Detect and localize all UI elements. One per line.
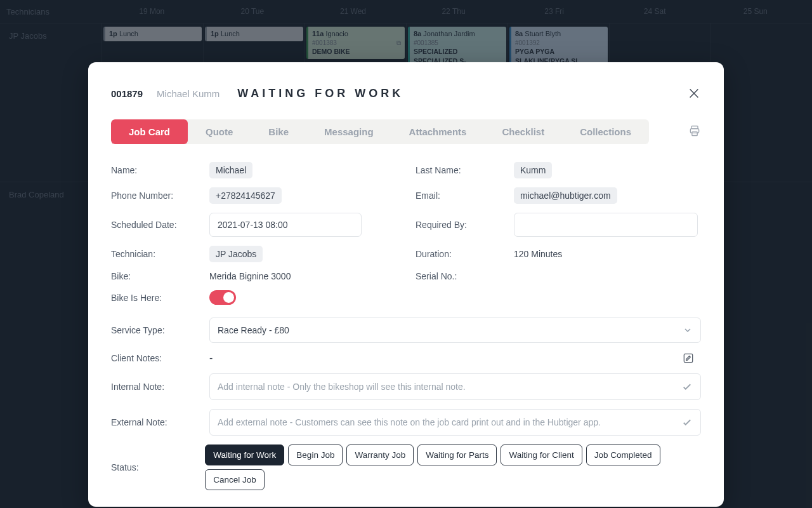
technician-value[interactable]: JP Jacobs xyxy=(209,246,263,262)
status-completed[interactable]: Job Completed xyxy=(586,444,660,465)
job-card-modal: 001879 Michael Kumm Waiting for Work Job… xyxy=(88,62,724,507)
label-internal-note: Internal Note: xyxy=(111,382,209,392)
status-waiting-client[interactable]: Waiting for Client xyxy=(501,444,582,465)
service-type-value: Race Ready - £80 xyxy=(218,325,289,335)
edit-icon[interactable] xyxy=(682,352,695,364)
job-status-title: Waiting for Work xyxy=(237,87,403,100)
job-number: 001879 xyxy=(111,88,143,99)
chevron-down-icon xyxy=(683,325,693,335)
label-phone: Phone Number: xyxy=(111,190,209,201)
svg-rect-2 xyxy=(692,131,697,135)
check-icon[interactable] xyxy=(681,381,693,392)
close-icon[interactable] xyxy=(687,86,701,100)
svg-rect-3 xyxy=(684,354,692,362)
check-icon[interactable] xyxy=(681,417,693,428)
customer-name: Michael Kumm xyxy=(157,88,219,99)
phone-value[interactable]: +27824145627 xyxy=(209,187,282,204)
first-name-value[interactable]: Michael xyxy=(209,162,252,178)
last-name-value[interactable]: Kumm xyxy=(514,162,552,178)
label-scheduled: Scheduled Date: xyxy=(111,220,209,230)
scheduled-date-input[interactable] xyxy=(209,213,362,237)
status-cancel[interactable]: Cancel Job xyxy=(205,469,265,490)
tab-bike[interactable]: Bike xyxy=(251,119,306,144)
bike-here-toggle[interactable] xyxy=(209,290,236,305)
service-type-select[interactable]: Race Ready - £80 xyxy=(209,318,701,343)
label-email: Email: xyxy=(416,190,514,201)
tab-checklist[interactable]: Checklist xyxy=(484,119,562,144)
label-name: Name: xyxy=(111,165,209,175)
status-waiting-parts[interactable]: Waiting for Parts xyxy=(417,444,497,465)
status-waiting-work[interactable]: Waiting for Work xyxy=(205,444,284,465)
client-notes-value: - xyxy=(209,352,682,364)
internal-note-field[interactable] xyxy=(209,373,701,400)
label-technician: Technician: xyxy=(111,249,209,259)
status-begin-job[interactable]: Begin Job xyxy=(288,444,343,465)
status-warranty-job[interactable]: Warranty Job xyxy=(346,444,414,465)
required-by-input[interactable] xyxy=(514,213,698,237)
tab-bar: Job Card Quote Bike Messaging Attachment… xyxy=(111,119,649,144)
external-note-input[interactable] xyxy=(218,417,675,427)
duration-value: 120 Minutes xyxy=(514,249,562,259)
label-required-by: Required By: xyxy=(416,220,514,230)
label-service-type: Service Type: xyxy=(111,325,209,335)
print-icon[interactable] xyxy=(688,124,701,140)
tab-attachments[interactable]: Attachments xyxy=(391,119,485,144)
tab-quote[interactable]: Quote xyxy=(188,119,251,144)
tab-messaging[interactable]: Messaging xyxy=(306,119,391,144)
label-duration: Duration: xyxy=(416,249,514,259)
email-value[interactable]: michael@hubtiger.com xyxy=(514,187,617,204)
internal-note-input[interactable] xyxy=(218,382,675,392)
bike-value: Merida Bignine 3000 xyxy=(209,271,291,281)
tab-job-card[interactable]: Job Card xyxy=(111,119,188,144)
status-button-group: Waiting for Work Begin Job Warranty Job … xyxy=(205,444,701,490)
tab-collections[interactable]: Collections xyxy=(562,119,649,144)
label-bike-here: Bike Is Here: xyxy=(111,293,209,303)
label-status: Status: xyxy=(111,462,205,472)
label-serial-no: Serial No.: xyxy=(416,271,514,281)
label-external-note: External Note: xyxy=(111,417,209,427)
label-bike: Bike: xyxy=(111,271,209,281)
label-client-notes: Client Notes: xyxy=(111,353,209,363)
external-note-field[interactable] xyxy=(209,409,701,436)
label-last-name: Last Name: xyxy=(416,165,514,175)
